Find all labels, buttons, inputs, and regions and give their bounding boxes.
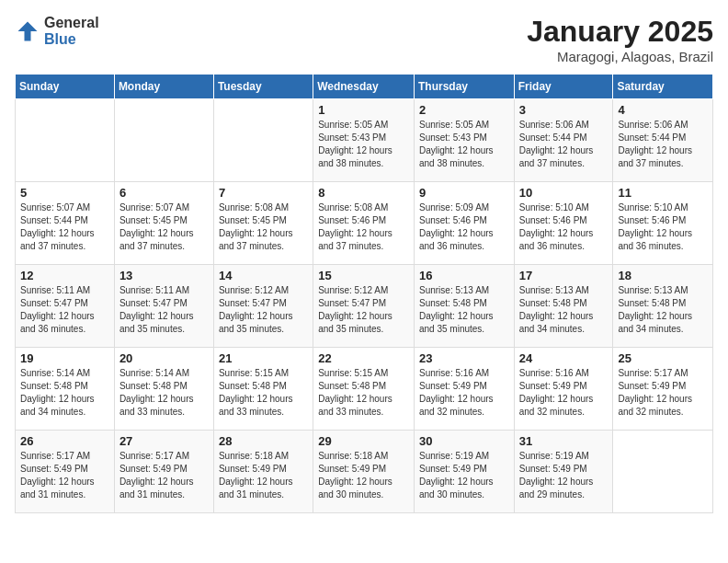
- calendar-cell: [613, 431, 713, 513]
- day-number: 15: [318, 269, 409, 282]
- day-info: Sunrise: 5:16 AMSunset: 5:49 PMDaylight:…: [419, 367, 509, 419]
- day-number: 8: [318, 186, 409, 200]
- day-info: Sunrise: 5:05 AMSunset: 5:43 PMDaylight:…: [419, 119, 509, 170]
- calendar-cell: 9Sunrise: 5:09 AMSunset: 5:46 PMDaylight…: [414, 182, 514, 265]
- calendar-week-4: 19Sunrise: 5:14 AMSunset: 5:48 PMDayligh…: [16, 348, 713, 431]
- day-info: Sunrise: 5:17 AMSunset: 5:49 PMDaylight:…: [20, 450, 109, 501]
- calendar-cell: 23Sunrise: 5:16 AMSunset: 5:49 PMDayligh…: [414, 348, 514, 431]
- day-number: 1: [318, 103, 409, 117]
- day-info: Sunrise: 5:08 AMSunset: 5:46 PMDaylight:…: [318, 201, 409, 253]
- weekday-header-saturday: Saturday: [613, 75, 713, 99]
- calendar-cell: 2Sunrise: 5:05 AMSunset: 5:43 PMDaylight…: [414, 99, 514, 182]
- calendar-cell: 13Sunrise: 5:11 AMSunset: 5:47 PMDayligh…: [114, 265, 213, 348]
- calendar-cell: 22Sunrise: 5:15 AMSunset: 5:48 PMDayligh…: [313, 348, 415, 431]
- day-number: 27: [119, 434, 209, 448]
- calendar-cell: 31Sunrise: 5:19 AMSunset: 5:49 PMDayligh…: [514, 431, 613, 513]
- day-number: 11: [618, 186, 708, 200]
- calendar-cell: 16Sunrise: 5:13 AMSunset: 5:48 PMDayligh…: [414, 265, 514, 348]
- weekday-header-wednesday: Wednesday: [313, 75, 415, 99]
- svg-marker-0: [18, 21, 38, 40]
- day-info: Sunrise: 5:06 AMSunset: 5:44 PMDaylight:…: [618, 119, 708, 170]
- day-number: 9: [419, 186, 509, 200]
- day-number: 12: [20, 269, 109, 282]
- calendar-cell: 28Sunrise: 5:18 AMSunset: 5:49 PMDayligh…: [213, 431, 313, 513]
- weekday-header-monday: Monday: [114, 75, 213, 99]
- calendar-cell: 25Sunrise: 5:17 AMSunset: 5:49 PMDayligh…: [613, 348, 713, 431]
- day-number: 5: [20, 186, 109, 200]
- day-info: Sunrise: 5:18 AMSunset: 5:49 PMDaylight:…: [219, 450, 308, 501]
- calendar-table: SundayMondayTuesdayWednesdayThursdayFrid…: [15, 74, 713, 513]
- day-info: Sunrise: 5:15 AMSunset: 5:48 PMDaylight:…: [219, 367, 308, 419]
- day-number: 3: [519, 103, 609, 117]
- day-number: 13: [119, 269, 209, 282]
- logo-icon: [15, 18, 40, 44]
- logo-text: General Blue: [44, 15, 99, 47]
- calendar-cell: 30Sunrise: 5:19 AMSunset: 5:49 PMDayligh…: [414, 431, 514, 513]
- weekday-header-row: SundayMondayTuesdayWednesdayThursdayFrid…: [16, 75, 713, 99]
- day-info: Sunrise: 5:17 AMSunset: 5:49 PMDaylight:…: [618, 367, 708, 419]
- calendar-cell: [213, 99, 313, 182]
- day-number: 7: [219, 186, 308, 200]
- day-info: Sunrise: 5:10 AMSunset: 5:46 PMDaylight:…: [519, 201, 609, 253]
- page-header: General Blue January 2025 Maragogi, Alag…: [15, 15, 713, 64]
- day-info: Sunrise: 5:06 AMSunset: 5:44 PMDaylight:…: [519, 119, 609, 170]
- calendar-cell: 24Sunrise: 5:16 AMSunset: 5:49 PMDayligh…: [514, 348, 613, 431]
- weekday-header-tuesday: Tuesday: [213, 75, 313, 99]
- day-info: Sunrise: 5:12 AMSunset: 5:47 PMDaylight:…: [318, 284, 409, 336]
- day-info: Sunrise: 5:17 AMSunset: 5:49 PMDaylight:…: [119, 450, 209, 501]
- calendar-cell: 7Sunrise: 5:08 AMSunset: 5:45 PMDaylight…: [213, 182, 313, 265]
- day-info: Sunrise: 5:09 AMSunset: 5:46 PMDaylight:…: [419, 201, 509, 253]
- day-info: Sunrise: 5:13 AMSunset: 5:48 PMDaylight:…: [519, 284, 609, 336]
- day-number: 18: [618, 269, 708, 282]
- day-number: 14: [219, 269, 308, 282]
- day-info: Sunrise: 5:05 AMSunset: 5:43 PMDaylight:…: [318, 119, 409, 170]
- weekday-header-thursday: Thursday: [414, 75, 514, 99]
- day-info: Sunrise: 5:15 AMSunset: 5:48 PMDaylight:…: [318, 367, 409, 419]
- calendar-cell: 27Sunrise: 5:17 AMSunset: 5:49 PMDayligh…: [114, 431, 213, 513]
- day-number: 23: [419, 351, 509, 365]
- title-block: January 2025 Maragogi, Alagoas, Brazil: [527, 15, 713, 64]
- day-number: 10: [519, 186, 609, 200]
- day-number: 6: [119, 186, 209, 200]
- day-number: 31: [519, 434, 609, 448]
- day-number: 25: [618, 351, 708, 365]
- calendar-cell: 15Sunrise: 5:12 AMSunset: 5:47 PMDayligh…: [313, 265, 415, 348]
- day-number: 17: [519, 269, 609, 282]
- calendar-cell: 21Sunrise: 5:15 AMSunset: 5:48 PMDayligh…: [213, 348, 313, 431]
- calendar-cell: 8Sunrise: 5:08 AMSunset: 5:46 PMDaylight…: [313, 182, 415, 265]
- calendar-week-3: 12Sunrise: 5:11 AMSunset: 5:47 PMDayligh…: [16, 265, 713, 348]
- day-number: 29: [318, 434, 409, 448]
- day-info: Sunrise: 5:11 AMSunset: 5:47 PMDaylight:…: [20, 284, 109, 336]
- calendar-cell: 18Sunrise: 5:13 AMSunset: 5:48 PMDayligh…: [613, 265, 713, 348]
- calendar-cell: [16, 99, 115, 182]
- day-info: Sunrise: 5:16 AMSunset: 5:49 PMDaylight:…: [519, 367, 609, 419]
- day-number: 24: [519, 351, 609, 365]
- day-info: Sunrise: 5:14 AMSunset: 5:48 PMDaylight:…: [20, 367, 109, 419]
- day-info: Sunrise: 5:07 AMSunset: 5:44 PMDaylight:…: [20, 201, 109, 253]
- day-info: Sunrise: 5:12 AMSunset: 5:47 PMDaylight:…: [219, 284, 308, 336]
- calendar-cell: 3Sunrise: 5:06 AMSunset: 5:44 PMDaylight…: [514, 99, 613, 182]
- calendar-cell: 29Sunrise: 5:18 AMSunset: 5:49 PMDayligh…: [313, 431, 415, 513]
- day-info: Sunrise: 5:18 AMSunset: 5:49 PMDaylight:…: [318, 450, 409, 501]
- day-number: 19: [20, 351, 109, 365]
- day-number: 21: [219, 351, 308, 365]
- day-number: 26: [20, 434, 109, 448]
- logo-general: General: [44, 15, 99, 31]
- day-info: Sunrise: 5:13 AMSunset: 5:48 PMDaylight:…: [618, 284, 708, 336]
- calendar-cell: 4Sunrise: 5:06 AMSunset: 5:44 PMDaylight…: [613, 99, 713, 182]
- calendar-cell: 1Sunrise: 5:05 AMSunset: 5:43 PMDaylight…: [313, 99, 415, 182]
- day-number: 20: [119, 351, 209, 365]
- calendar-cell: 17Sunrise: 5:13 AMSunset: 5:48 PMDayligh…: [514, 265, 613, 348]
- day-info: Sunrise: 5:13 AMSunset: 5:48 PMDaylight:…: [419, 284, 509, 336]
- day-number: 22: [318, 351, 409, 365]
- calendar-cell: 6Sunrise: 5:07 AMSunset: 5:45 PMDaylight…: [114, 182, 213, 265]
- day-number: 2: [419, 103, 509, 117]
- calendar-week-2: 5Sunrise: 5:07 AMSunset: 5:44 PMDaylight…: [16, 182, 713, 265]
- calendar-cell: 12Sunrise: 5:11 AMSunset: 5:47 PMDayligh…: [16, 265, 115, 348]
- location-subtitle: Maragogi, Alagoas, Brazil: [527, 49, 713, 64]
- calendar-cell: [114, 99, 213, 182]
- day-number: 30: [419, 434, 509, 448]
- calendar-week-1: 1Sunrise: 5:05 AMSunset: 5:43 PMDaylight…: [16, 99, 713, 182]
- calendar-cell: 26Sunrise: 5:17 AMSunset: 5:49 PMDayligh…: [16, 431, 115, 513]
- day-info: Sunrise: 5:14 AMSunset: 5:48 PMDaylight:…: [119, 367, 209, 419]
